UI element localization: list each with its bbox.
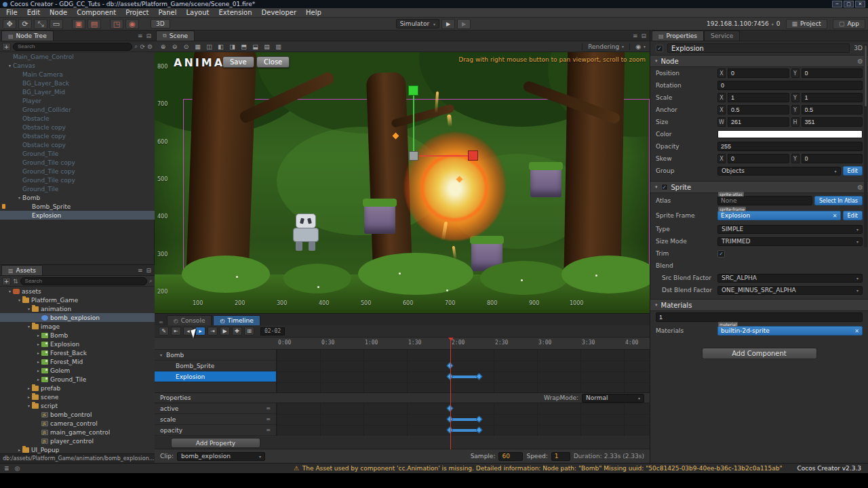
position-x-input[interactable]: [728, 68, 789, 78]
type-dropdown[interactable]: SIMPLE▾: [717, 225, 863, 234]
caret-icon[interactable]: ▾: [160, 352, 166, 357]
tree-item[interactable]: BG_Layer_Mid: [0, 87, 155, 96]
tab-service[interactable]: Service: [704, 30, 740, 41]
scene-tool-icon[interactable]: ▤: [262, 43, 271, 50]
save-button[interactable]: Save: [222, 56, 254, 68]
caret-icon[interactable]: ▾: [26, 306, 32, 311]
timeline-tab[interactable]: ◴ Timeline: [213, 315, 260, 325]
asset-item[interactable]: bomb_control: [0, 410, 155, 419]
caret-icon[interactable]: ▸: [26, 386, 32, 390]
search-icon[interactable]: ⌕: [149, 277, 153, 285]
scale-y-input[interactable]: [802, 93, 863, 102]
caret-icon[interactable]: ▾: [26, 324, 32, 329]
dst-blend-dropdown[interactable]: ONE_MINUS_SRC_ALPHA▾: [717, 286, 863, 295]
caret-icon[interactable]: ▸: [35, 333, 41, 338]
caret-icon[interactable]: ▾: [16, 195, 22, 200]
materials-count-input[interactable]: [656, 312, 863, 322]
toolbar-tool-icon[interactable]: ◉: [125, 19, 139, 29]
node-tree-search-input[interactable]: [13, 43, 132, 51]
scale-x-input[interactable]: [728, 93, 789, 102]
timeline-lanes[interactable]: [277, 350, 650, 392]
group-edit-button[interactable]: Edit: [843, 166, 863, 176]
asset-item[interactable]: ▸ Explosion: [0, 340, 155, 348]
open-project-button[interactable]: ▦ Project: [786, 19, 827, 29]
toolbar-tool-icon[interactable]: ▤: [87, 19, 101, 29]
target-icon[interactable]: ◎: [15, 465, 20, 472]
wrapmode-dropdown[interactable]: Normal▾: [582, 394, 644, 403]
inspector-scrollbar[interactable]: [864, 44, 867, 247]
toolbar-tool-icon[interactable]: ▣: [72, 19, 85, 29]
scene-tool-icon[interactable]: ◫: [205, 43, 214, 50]
group-dropdown[interactable]: Objects▾: [717, 167, 841, 176]
sample-input[interactable]: 60: [498, 452, 523, 461]
node-section-header[interactable]: ▾ Node ⚙: [650, 55, 868, 67]
chevron-down-icon[interactable]: ▾: [772, 22, 774, 26]
tree-item[interactable]: Player: [0, 96, 155, 105]
node-name-field[interactable]: Explosion: [667, 43, 850, 53]
src-blend-dropdown[interactable]: SRC_ALPHA▾: [717, 274, 863, 283]
timeline-ruler[interactable]: 0:000:301:001:302:002:303:003:304:00: [155, 338, 650, 350]
trim-checkbox[interactable]: ✓: [717, 250, 725, 258]
caret-icon[interactable]: ▸: [35, 359, 41, 364]
select-in-atlas-button[interactable]: Select In Atlas: [814, 196, 863, 205]
warning-message[interactable]: ⚠ The Asset used by component 'cc.Animat…: [294, 465, 783, 472]
create-asset-button[interactable]: +: [2, 277, 11, 285]
title-bar[interactable]: Cocos Creator - GDG_CC_Tuts - db://asset…: [0, 0, 868, 8]
transport-button[interactable]: ✚: [232, 327, 242, 336]
tree-item[interactable]: Bomb_Sprite: [0, 202, 155, 211]
sprite-enabled-checkbox[interactable]: ✓: [661, 184, 668, 190]
tab-properties[interactable]: ▤ Properties: [652, 30, 704, 41]
transport-button[interactable]: ⇥: [208, 327, 218, 336]
timeline-property[interactable]: active ≡: [155, 403, 276, 414]
property-menu-icon[interactable]: ≡: [266, 405, 271, 411]
minimize-button[interactable]: −: [832, 1, 842, 7]
timeline-track[interactable]: Bomb_Sprite: [155, 361, 276, 371]
caret-icon[interactable]: ▸: [35, 368, 41, 373]
gizmo-center-handle[interactable]: [409, 151, 418, 161]
speed-input[interactable]: 1: [551, 452, 570, 461]
property-menu-icon[interactable]: ≡: [266, 427, 271, 433]
tree-item[interactable]: Obstacle copy: [0, 140, 155, 149]
collapse-icon[interactable]: ▾: [655, 184, 658, 190]
close-button[interactable]: Close: [256, 56, 290, 68]
tree-item[interactable]: BG_Layer_Back: [0, 79, 155, 87]
create-node-button[interactable]: +: [2, 43, 11, 51]
tree-item[interactable]: Ground_Tile: [0, 149, 155, 158]
sort-icon[interactable]: ⇅: [13, 278, 18, 285]
tab-scene[interactable]: ⧉ Scene: [156, 30, 195, 41]
caret-icon[interactable]: ▸: [16, 447, 22, 452]
panel-layout-icon[interactable]: ⊟: [146, 267, 151, 274]
tree-item[interactable]: Main Camera: [0, 70, 155, 79]
toolbar-tool-icon[interactable]: ▭: [50, 19, 63, 29]
add-property-button[interactable]: Add Property: [171, 438, 260, 448]
refresh-icon[interactable]: ⟳: [140, 43, 145, 50]
scene-tool-icon[interactable]: ▥: [274, 43, 283, 50]
scene-tool-icon[interactable]: ⊖: [170, 43, 179, 50]
panel-layout-icon[interactable]: ⊟: [146, 33, 151, 39]
panel-menu-icon[interactable]: ≡: [138, 267, 143, 274]
anchor-x-input[interactable]: [728, 105, 789, 115]
preview-device-button[interactable]: ▶: [457, 19, 471, 29]
caret-icon[interactable]: ▾: [16, 298, 22, 302]
timeline-track[interactable]: Explosion: [155, 371, 276, 382]
asset-item[interactable]: ▾ assets: [0, 287, 155, 296]
transport-button[interactable]: ⇤: [171, 327, 181, 336]
materials-section-header[interactable]: ▾ Materials: [650, 299, 868, 311]
menu-item[interactable]: Node: [45, 9, 72, 16]
panel-menu-icon[interactable]: ≡: [138, 33, 143, 39]
log-icon[interactable]: ≣: [4, 465, 9, 472]
scene-tool-icon[interactable]: ⊙: [182, 43, 191, 50]
menu-item[interactable]: File: [1, 9, 22, 16]
menu-item[interactable]: Panel: [154, 9, 182, 16]
open-app-button[interactable]: ▢ App: [833, 19, 865, 29]
skew-x-input[interactable]: [728, 154, 789, 163]
gizmo-x-handle[interactable]: [468, 150, 478, 161]
caret-icon[interactable]: ▾: [7, 63, 13, 68]
position-y-input[interactable]: [802, 68, 863, 78]
asset-item[interactable]: ▾ image: [0, 322, 155, 331]
close-button[interactable]: ✕: [855, 1, 865, 7]
size-h-input[interactable]: [802, 117, 863, 127]
tree-item[interactable]: Ground_Tile copy: [0, 167, 155, 176]
scene-viewport[interactable]: 800700600500400300200 100200300400500600…: [155, 52, 650, 314]
tree-item[interactable]: Ground_Tile copy: [0, 158, 155, 167]
